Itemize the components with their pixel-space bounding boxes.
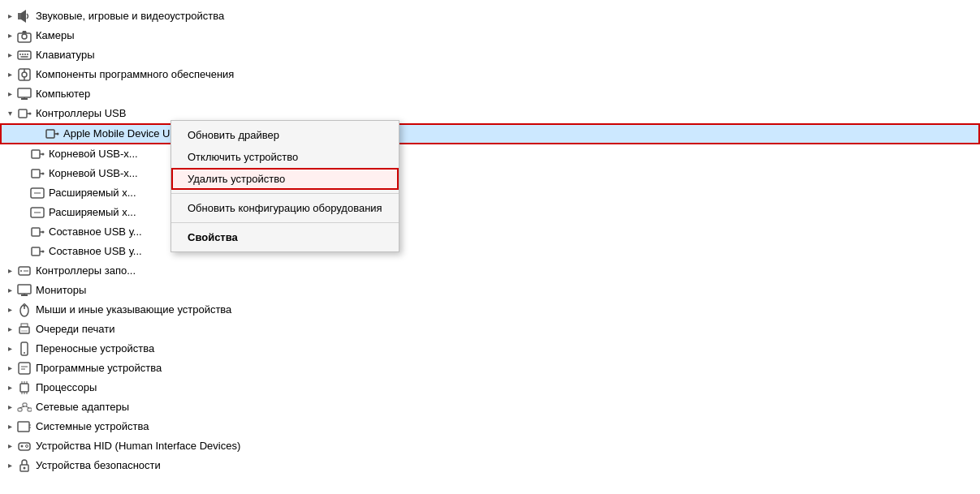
sound-icon: [16, 8, 32, 24]
expand-keyboards[interactable]: [3, 47, 16, 63]
svg-line-66: [19, 406, 24, 408]
svg-point-72: [21, 445, 24, 448]
disable-device-label: Отключить устройство: [188, 151, 298, 163]
software-icon: [16, 360, 32, 376]
expand-software[interactable]: [3, 360, 16, 376]
context-menu-uninstall-device[interactable]: Удалить устройство: [171, 168, 399, 190]
computer-icon: [16, 86, 32, 102]
composite2-label: Составное USB у...: [49, 243, 142, 260]
context-menu: Обновить драйвер Отключить устройство Уд…: [171, 120, 399, 252]
tree-item-network[interactable]: Сетевые адаптеры: [0, 397, 980, 417]
tree-item-apple-usb[interactable]: Apple Mobile Device USB Driver: [0, 123, 980, 144]
tree-item-usb-controllers[interactable]: Контроллеры USB: [0, 104, 980, 123]
tree-item-security[interactable]: Устройства безопасности: [0, 456, 980, 475]
usb-controllers-label: Контроллеры USB: [36, 105, 126, 122]
expand-storage[interactable]: [3, 263, 16, 279]
tree-item-cameras[interactable]: Камеры: [0, 26, 980, 45]
tree-item-composite1[interactable]: Составное USB у...: [0, 222, 980, 242]
ext-hub1-label: Расширяемый х...: [49, 185, 136, 201]
tree-item-processors[interactable]: Процессоры: [0, 378, 980, 397]
svg-rect-65: [28, 408, 32, 411]
svg-rect-14: [18, 88, 31, 97]
ext-hub1-icon: [29, 185, 45, 201]
svg-rect-63: [18, 408, 22, 411]
tree-item-ext-hub2[interactable]: Расширяемый х...: [0, 203, 980, 222]
svg-point-73: [26, 445, 28, 448]
tree-item-root-hub2[interactable]: Корневой USB-х...: [0, 164, 980, 183]
composite2-icon: [29, 243, 45, 260]
expand-monitors[interactable]: [3, 282, 16, 299]
expand-network[interactable]: [3, 399, 16, 415]
expand-system[interactable]: [3, 419, 16, 435]
context-menu-disable-device[interactable]: Отключить устройство: [171, 146, 399, 168]
storage-label: Контроллеры запо...: [36, 263, 136, 279]
keyboard-icon: [16, 47, 32, 63]
tree-item-computer[interactable]: Компьютер: [0, 84, 980, 104]
tree-item-components[interactable]: Компоненты программного обеспечения: [0, 65, 980, 84]
print-queues-label: Очереди печати: [36, 321, 115, 337]
system-icon: [16, 419, 32, 435]
expand-cameras[interactable]: [3, 28, 16, 44]
context-menu-scan-hardware[interactable]: Обновить конфигурацию оборудования: [171, 197, 399, 219]
tree-item-portable[interactable]: Переносные устройства: [0, 339, 980, 359]
expand-mice[interactable]: [3, 302, 16, 318]
tree-item-system[interactable]: Системные устройства: [0, 417, 980, 436]
composite1-label: Составное USB у...: [49, 224, 142, 240]
update-driver-label: Обновить драйвер: [188, 129, 279, 141]
device-manager-panel: Звуковые, игровые и видеоустройства Каме…: [0, 0, 980, 494]
expand-sound[interactable]: [3, 8, 16, 24]
properties-label: Свойства: [188, 231, 238, 243]
root-hub1-label: Корневой USB-х...: [49, 146, 138, 162]
expand-hid[interactable]: [3, 438, 16, 454]
expand-print[interactable]: [3, 321, 16, 337]
tree-item-storage[interactable]: Контроллеры запо...: [0, 261, 980, 281]
svg-point-11: [22, 72, 27, 77]
svg-point-25: [42, 153, 45, 156]
svg-rect-56: [20, 384, 28, 392]
software-label: Программные устройства: [36, 360, 162, 376]
svg-point-19: [29, 113, 32, 115]
tree-item-software[interactable]: Программные устройства: [0, 359, 980, 378]
svg-rect-26: [32, 170, 40, 178]
expand-processors[interactable]: [3, 380, 16, 396]
svg-rect-36: [32, 247, 40, 256]
context-menu-separator1: [171, 193, 399, 194]
tree-item-sound[interactable]: Звуковые, игровые и видеоустройства: [0, 6, 980, 26]
network-label: Сетевые адаптеры: [36, 399, 129, 415]
uninstall-device-label: Удалить устройство: [188, 173, 285, 185]
svg-rect-17: [19, 110, 27, 118]
svg-rect-68: [18, 422, 29, 432]
hid-label: Устройства HID (Human Interface Devices): [36, 438, 240, 454]
tree-item-monitors[interactable]: Мониторы: [0, 281, 980, 300]
expand-portable[interactable]: [3, 341, 16, 357]
sound-label: Звуковые, игровые и видеоустройства: [36, 8, 224, 24]
svg-rect-53: [19, 363, 30, 374]
tree-item-mice[interactable]: Мыши и иные указывающие устройства: [0, 300, 980, 320]
usb-controller-icon: [16, 105, 32, 122]
ext-hub2-label: Расширяемый х...: [49, 204, 136, 221]
components-icon: [16, 67, 32, 83]
hid-icon: [16, 438, 32, 454]
tree-item-composite2[interactable]: Составное USB у...: [0, 242, 980, 261]
svg-point-38: [42, 251, 45, 253]
expand-usb[interactable]: [3, 105, 16, 122]
expand-components[interactable]: [3, 67, 16, 83]
svg-rect-42: [18, 285, 31, 294]
context-menu-properties[interactable]: Свойства: [171, 226, 399, 248]
portable-icon: [16, 341, 32, 357]
svg-line-67: [26, 406, 29, 408]
expand-security[interactable]: [3, 457, 16, 474]
tree-item-hid[interactable]: Устройства HID (Human Interface Devices): [0, 436, 980, 456]
tree-item-print-queues[interactable]: Очереди печати: [0, 320, 980, 339]
svg-point-35: [42, 231, 45, 234]
tree-item-ext-hub1[interactable]: Расширяемый х...: [0, 183, 980, 203]
svg-point-28: [42, 173, 45, 175]
tree-item-keyboards[interactable]: Клавиатуры: [0, 45, 980, 65]
svg-point-52: [24, 352, 25, 354]
tree-item-root-hub1[interactable]: Корневой USB-х...: [0, 144, 980, 164]
ext-hub2-icon: [29, 204, 45, 221]
mice-icon: [16, 302, 32, 318]
svg-rect-0: [18, 13, 21, 19]
context-menu-update-driver[interactable]: Обновить драйвер: [171, 124, 399, 146]
expand-computer[interactable]: [3, 86, 16, 102]
